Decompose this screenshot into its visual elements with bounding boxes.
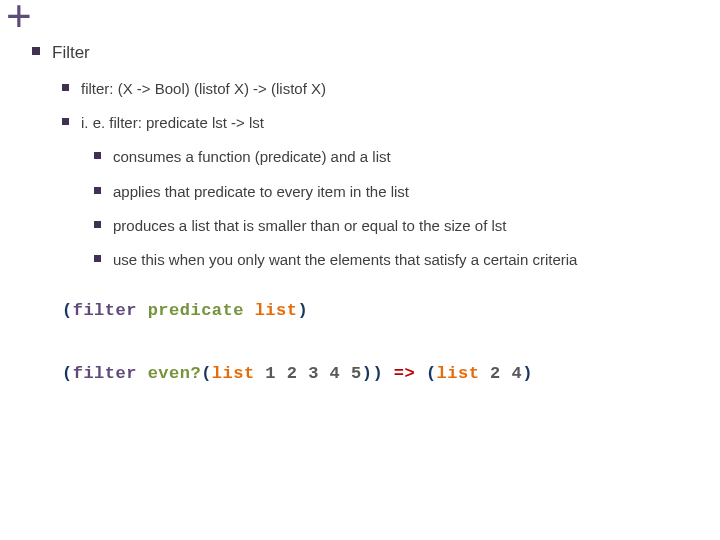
space [137, 301, 148, 320]
arg-even: even? [148, 364, 202, 383]
code-line-1: (filter predicate list) [62, 300, 696, 322]
text-ie-signature: i. e. filter: predicate lst -> lst [81, 113, 264, 133]
paren-open: ( [415, 364, 436, 383]
paren-close: )) [362, 364, 394, 383]
code-examples: (filter predicate list) (filter even?(li… [62, 300, 696, 384]
arrow-icon: => [394, 364, 415, 383]
text-signature: filter: (X -> Bool) (listof X) -> (listo… [81, 79, 326, 99]
square-bullet-icon [94, 255, 101, 262]
paren-open: ( [62, 301, 73, 320]
content-area: Filter filter: (X -> Bool) (listof X) ->… [32, 42, 696, 385]
func-filter: filter [73, 364, 137, 383]
numbers-out: 2 4 [479, 364, 522, 383]
bullet-row: produces a list that is smaller than or … [94, 216, 696, 236]
space [244, 301, 255, 320]
square-bullet-icon [32, 47, 40, 55]
square-bullet-icon [62, 118, 69, 125]
arg-predicate: predicate [148, 301, 244, 320]
plus-decoration: + [6, 0, 32, 38]
code-line-2: (filter even?(list 1 2 3 4 5)) => (list … [62, 363, 696, 385]
paren-open: ( [62, 364, 73, 383]
func-list: list [212, 364, 255, 383]
paren-close: ) [522, 364, 533, 383]
square-bullet-icon [94, 221, 101, 228]
bullet-row: use this when you only want the elements… [94, 250, 696, 270]
bullet-row: applies that predicate to every item in … [94, 182, 696, 202]
text-use-when: use this when you only want the elements… [113, 250, 577, 270]
space [137, 364, 148, 383]
bullet-row: Filter [32, 42, 696, 65]
text-produces: produces a list that is smaller than or … [113, 216, 507, 236]
bullet-row: consumes a function (predicate) and a li… [94, 147, 696, 167]
bullet-row: i. e. filter: predicate lst -> lst [62, 113, 696, 133]
square-bullet-icon [62, 84, 69, 91]
square-bullet-icon [94, 187, 101, 194]
bullet-row: filter: (X -> Bool) (listof X) -> (listo… [62, 79, 696, 99]
text-filter-heading: Filter [52, 42, 90, 65]
paren-close: ) [297, 301, 308, 320]
slide: + Filter filter: (X -> Bool) (listof X) … [0, 0, 720, 540]
paren-open: ( [201, 364, 212, 383]
func-filter: filter [73, 301, 137, 320]
numbers-in: 1 2 3 4 5 [255, 364, 362, 383]
square-bullet-icon [94, 152, 101, 159]
func-list: list [437, 364, 480, 383]
text-consumes: consumes a function (predicate) and a li… [113, 147, 391, 167]
arg-list: list [255, 301, 298, 320]
text-applies: applies that predicate to every item in … [113, 182, 409, 202]
